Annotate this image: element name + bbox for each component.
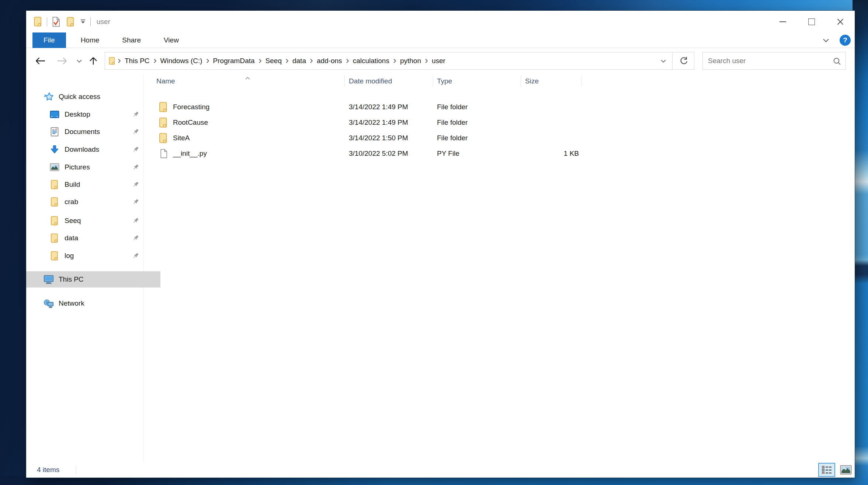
pin-icon[interactable] [132, 146, 139, 154]
maximize-icon [808, 18, 815, 25]
sidebar-item-desktop[interactable]: Desktop [26, 106, 166, 123]
folder-icon [49, 251, 60, 261]
back-button[interactable] [34, 48, 46, 74]
column-separator[interactable] [433, 76, 433, 87]
breadcrumb-item-user[interactable]: user [430, 57, 448, 65]
help-button[interactable]: ? [840, 35, 851, 46]
file-name: __init__.py [173, 146, 207, 161]
folder-icon [159, 117, 168, 129]
download-arrow-icon [49, 145, 60, 154]
column-header-name[interactable]: Name [156, 74, 175, 89]
breadcrumb-item-calculations[interactable]: calculations [351, 57, 392, 65]
recent-locations-button[interactable] [76, 48, 82, 74]
search-input[interactable] [703, 52, 846, 69]
details-view-button[interactable] [818, 463, 835, 477]
column-header-date-modified[interactable]: Date modified [349, 74, 392, 89]
search-icon[interactable] [833, 57, 841, 67]
tab-home[interactable]: Home [73, 32, 108, 48]
tab-share[interactable]: Share [114, 32, 149, 48]
sidebar-item-log[interactable]: log [26, 248, 166, 264]
thumbnail-view-button[interactable] [837, 463, 854, 477]
file-row-rootcause[interactable]: RootCause 3/14/2022 1:49 PM File folder [148, 115, 841, 130]
breadcrumb-chevron-icon[interactable] [205, 58, 211, 63]
breadcrumb-item-this-pc[interactable]: This PC [122, 57, 152, 65]
breadcrumb-chevron-icon[interactable] [152, 58, 158, 63]
file-date-modified: 3/14/2022 1:49 PM [349, 115, 408, 130]
sidebar-item-build[interactable]: Build [26, 176, 166, 193]
sidebar-item-quick-access[interactable]: Quick access [26, 89, 160, 105]
sidebar-item-label: data [65, 234, 78, 242]
sidebar-item-downloads[interactable]: Downloads [26, 141, 166, 158]
pin-icon[interactable] [132, 252, 139, 261]
folder-icon [49, 216, 60, 226]
sidebar-item-this-pc[interactable]: This PC [26, 271, 160, 288]
column-separator[interactable] [344, 76, 345, 87]
file-date-modified: 3/14/2022 1:50 PM [349, 130, 408, 146]
sidebar-item-label: Pictures [65, 163, 90, 171]
column-header-size[interactable]: Size [525, 74, 539, 89]
chevron-down-icon [660, 59, 666, 63]
breadcrumb-item-seeq[interactable]: Seeq [263, 57, 284, 65]
pin-icon[interactable] [132, 111, 139, 119]
file-row-sitea[interactable]: SiteA 3/14/2022 1:50 PM File folder [148, 130, 841, 146]
breadcrumb-chevron-icon[interactable] [308, 58, 315, 63]
tab-file[interactable]: File [32, 32, 66, 48]
pin-icon[interactable] [132, 199, 139, 207]
sidebar-item-seeq[interactable]: Seeq [26, 213, 166, 229]
column-separator[interactable] [581, 76, 581, 87]
close-button[interactable] [826, 11, 855, 32]
breadcrumb-item-data[interactable]: data [290, 57, 308, 65]
file-date-modified: 3/10/2022 5:02 PM [349, 146, 408, 161]
pin-icon[interactable] [132, 128, 139, 137]
file-type: File folder [437, 99, 468, 115]
column-separator[interactable] [521, 76, 521, 87]
ribbon-tabs: File Home Share View [32, 32, 187, 48]
forward-button[interactable] [56, 48, 68, 74]
file-row-forecasting[interactable]: Forecasting 3/14/2022 1:49 PM File folde… [148, 99, 841, 115]
address-dropdown-button[interactable] [660, 59, 666, 63]
status-bar: 4 items [26, 462, 855, 478]
maximize-button[interactable] [797, 11, 826, 32]
item-count: 4 items [37, 462, 59, 478]
sidebar-item-documents[interactable]: Documents [26, 124, 166, 140]
pin-icon[interactable] [132, 181, 139, 189]
column-header-type[interactable]: Type [437, 74, 452, 89]
breadcrumb-item-add-ons[interactable]: add-ons [315, 57, 344, 65]
quick-access-toolbar: user [34, 11, 110, 32]
window-title: user [97, 18, 110, 26]
sidebar-item-pictures[interactable]: Pictures [26, 159, 166, 175]
folder-icon [159, 102, 168, 114]
breadcrumb-chevron-icon[interactable] [392, 58, 398, 63]
breadcrumb-item-windows-c[interactable]: Windows (C:) [158, 57, 205, 65]
sidebar-item-network[interactable]: Network [26, 295, 160, 312]
new-folder-icon[interactable] [66, 17, 75, 27]
breadcrumb-chevron-icon[interactable] [257, 58, 263, 63]
refresh-button[interactable] [672, 52, 694, 69]
pin-icon[interactable] [132, 235, 139, 243]
sidebar-item-data[interactable]: data [26, 230, 166, 246]
breadcrumb-chevron-icon[interactable] [284, 58, 290, 63]
qat-dropdown-icon[interactable] [80, 19, 86, 24]
breadcrumb-chevron-icon[interactable] [116, 58, 122, 63]
address-bar[interactable]: This PC Windows (C:) ProgramData Seeq da… [105, 52, 694, 70]
breadcrumb-item-python[interactable]: python [398, 57, 423, 65]
quick-access-star-icon [43, 92, 54, 102]
breadcrumb-chevron-icon[interactable] [423, 58, 430, 63]
minimize-button[interactable] [768, 11, 797, 32]
properties-check-icon[interactable] [52, 17, 60, 27]
sidebar-item-label: Build [65, 180, 80, 189]
tab-view[interactable]: View [156, 32, 187, 48]
breadcrumb-chevron-icon[interactable] [344, 58, 351, 63]
breadcrumb-item-programdata[interactable]: ProgramData [211, 57, 257, 65]
python-file-icon [160, 148, 168, 160]
expand-ribbon-chevron-icon[interactable] [823, 38, 829, 44]
pin-icon[interactable] [132, 217, 139, 226]
title-bar[interactable]: user [26, 11, 855, 32]
pin-icon[interactable] [132, 164, 139, 172]
forward-arrow-icon [56, 56, 68, 65]
folder-icon [49, 233, 60, 243]
minimize-icon [780, 21, 786, 22]
sidebar-item-crab[interactable]: crab [26, 194, 166, 210]
up-button[interactable] [88, 48, 98, 74]
file-row-init-py[interactable]: __init__.py 3/10/2022 5:02 PM PY File 1 … [148, 146, 841, 161]
